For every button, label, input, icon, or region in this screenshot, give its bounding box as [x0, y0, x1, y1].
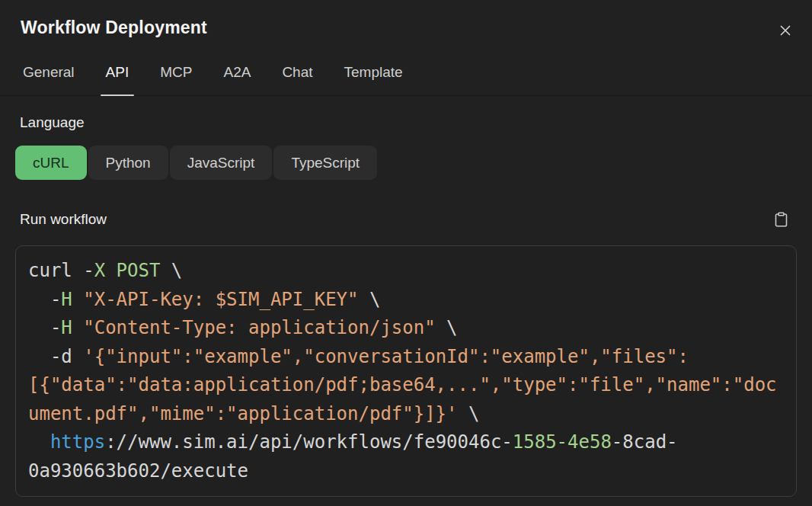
tab-general[interactable]: General	[23, 64, 75, 95]
modal-content: Language cURLPythonJavaScriptTypeScript …	[0, 96, 812, 506]
code-block: curl -X POST \ -H "X-API-Key: $SIM_API_K…	[15, 245, 797, 497]
workflow-deployment-modal: Workflow Deployment GeneralAPIMCPA2AChat…	[0, 0, 812, 506]
tab-template[interactable]: Template	[344, 64, 403, 95]
code-line: -H "Content-Type: application/json" \	[28, 314, 784, 343]
clipboard-icon	[773, 211, 789, 228]
language-option-python[interactable]: Python	[88, 146, 168, 180]
code-line: [{"data":"data:application/pdf;base64,..…	[28, 371, 784, 400]
language-label: Language	[15, 114, 797, 131]
run-workflow-label: Run workflow	[15, 211, 107, 228]
run-workflow-row: Run workflow	[15, 210, 797, 229]
close-button[interactable]	[775, 21, 795, 40]
code-line: -d '{"input":"example","conversationId":…	[28, 343, 784, 372]
tab-bar: GeneralAPIMCPA2AChatTemplate	[0, 40, 812, 96]
page-title: Workflow Deployment	[21, 18, 207, 38]
code-line: curl -X POST \	[28, 257, 784, 286]
language-option-typescript[interactable]: TypeScript	[273, 146, 377, 180]
code-line: 0a930663b602/execute	[28, 457, 784, 486]
copy-button[interactable]	[772, 210, 791, 229]
tab-a2a[interactable]: A2A	[223, 64, 251, 95]
code-line: ument.pdf","mime":"application/pdf"}]}' …	[28, 400, 784, 429]
tab-chat[interactable]: Chat	[282, 64, 312, 95]
modal-header: Workflow Deployment	[0, 0, 812, 40]
tab-mcp[interactable]: MCP	[160, 64, 192, 95]
language-option-curl[interactable]: cURL	[15, 146, 87, 180]
language-switcher: cURLPythonJavaScriptTypeScript	[15, 146, 797, 180]
language-option-javascript[interactable]: JavaScript	[170, 146, 273, 180]
close-icon	[777, 22, 794, 39]
tab-api[interactable]: API	[106, 64, 129, 95]
code-line: https://www.sim.ai/api/workflows/fe90046…	[28, 428, 784, 457]
code-line: -H "X-API-Key: $SIM_API_KEY" \	[28, 286, 784, 315]
